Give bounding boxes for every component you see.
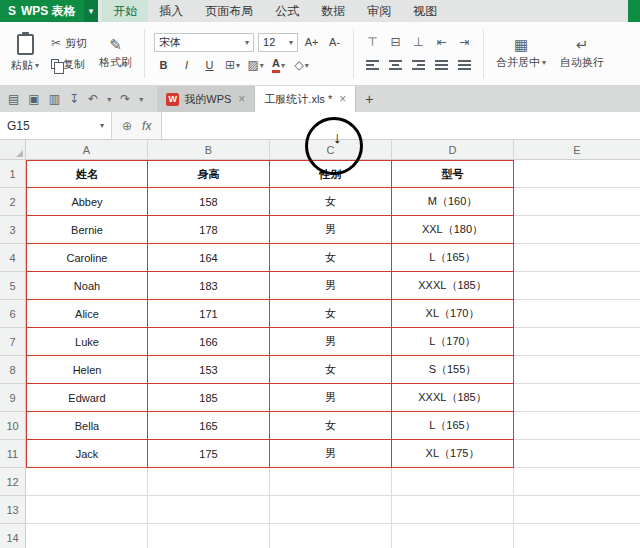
menu-tab-3[interactable]: 公式 [264, 0, 310, 22]
cell-A7[interactable]: Luke [26, 328, 148, 356]
format-painter-button[interactable]: ✎ 格式刷 [92, 25, 139, 82]
cell-B4[interactable]: 164 [148, 244, 270, 272]
cell-D12[interactable] [392, 468, 514, 496]
column-header-E[interactable]: E [514, 140, 640, 159]
menu-tab-1[interactable]: 插入 [148, 0, 194, 22]
align-bottom-button[interactable]: ⊥ [409, 33, 428, 52]
cell-B14[interactable] [148, 524, 270, 548]
row-header-4[interactable]: 4 [0, 244, 26, 272]
cell-A2[interactable]: Abbey [26, 188, 148, 216]
clear-format-button[interactable]: ◇▾ [292, 56, 311, 75]
cell-C4[interactable]: 女 [270, 244, 392, 272]
name-box[interactable]: G15 ▾ [0, 112, 112, 139]
cell-C14[interactable] [270, 524, 392, 548]
font-family-select[interactable]: 宋体 ▾ [154, 33, 254, 52]
cell-B9[interactable]: 185 [148, 384, 270, 412]
cell-A12[interactable] [26, 468, 148, 496]
menu-tab-4[interactable]: 数据 [310, 0, 356, 22]
paste-button[interactable]: 粘贴▾ [4, 25, 46, 82]
cell-C8[interactable]: 女 [270, 356, 392, 384]
cell-D2[interactable]: M（160） [392, 188, 514, 216]
document-tab-1[interactable]: 工服统计.xls *× [255, 86, 356, 112]
cell-D6[interactable]: XL（170） [392, 300, 514, 328]
cell-C6[interactable]: 女 [270, 300, 392, 328]
cell-B8[interactable]: 153 [148, 356, 270, 384]
close-tab-icon[interactable]: × [337, 92, 346, 106]
cell-A9[interactable]: Edward [26, 384, 148, 412]
wps-logo[interactable]: S WPS 表格 [0, 0, 84, 22]
cell-A4[interactable]: Caroline [26, 244, 148, 272]
row-header-12[interactable]: 12 [0, 468, 26, 496]
align-top-button[interactable]: ⊤ [363, 33, 382, 52]
row-header-9[interactable]: 9 [0, 384, 26, 412]
cell-E11[interactable] [514, 440, 640, 468]
cell-C9[interactable]: 男 [270, 384, 392, 412]
cell-D14[interactable] [392, 524, 514, 548]
align-left-button[interactable] [363, 56, 382, 75]
decrease-font-button[interactable]: A- [325, 33, 344, 52]
cell-D11[interactable]: XL（175） [392, 440, 514, 468]
cell-E6[interactable] [514, 300, 640, 328]
cell-E12[interactable] [514, 468, 640, 496]
cell-E4[interactable] [514, 244, 640, 272]
menu-tab-2[interactable]: 页面布局 [194, 0, 264, 22]
fx-icon[interactable]: fx [142, 119, 151, 133]
cell-A14[interactable] [26, 524, 148, 548]
file-icon[interactable]: ▤ [8, 93, 19, 105]
cell-A8[interactable]: Helen [26, 356, 148, 384]
cut-button[interactable]: ✂ 剪切 [51, 36, 87, 51]
row-header-7[interactable]: 7 [0, 328, 26, 356]
cell-B10[interactable]: 165 [148, 412, 270, 440]
cell-A5[interactable]: Noah [26, 272, 148, 300]
redo-caret-icon[interactable]: ▾ [139, 95, 143, 104]
align-center-button[interactable] [386, 56, 405, 75]
align-right-button[interactable] [409, 56, 428, 75]
cell-C3[interactable]: 男 [270, 216, 392, 244]
cell-A10[interactable]: Bella [26, 412, 148, 440]
cell-E10[interactable] [514, 412, 640, 440]
cell-E8[interactable] [514, 356, 640, 384]
cell-B7[interactable]: 166 [148, 328, 270, 356]
undo-caret-icon[interactable]: ▾ [107, 95, 111, 104]
redo-icon[interactable]: ↷ [120, 93, 130, 105]
underline-button[interactable]: U [200, 56, 219, 75]
cell-B13[interactable] [148, 496, 270, 524]
fill-color-button[interactable]: ▨▾ [246, 56, 265, 75]
row-header-3[interactable]: 3 [0, 216, 26, 244]
document-tab-0[interactable]: W我的WPS× [157, 86, 255, 112]
increase-font-button[interactable]: A+ [302, 33, 321, 52]
cell-D5[interactable]: XXXL（185） [392, 272, 514, 300]
cell-D13[interactable] [392, 496, 514, 524]
cell-D7[interactable]: L（170） [392, 328, 514, 356]
column-header-B[interactable]: B [148, 140, 270, 159]
select-all-corner[interactable] [0, 140, 26, 159]
cell-B11[interactable]: 175 [148, 440, 270, 468]
row-header-11[interactable]: 11 [0, 440, 26, 468]
align-middle-button[interactable]: ⊟ [386, 33, 405, 52]
cell-A3[interactable]: Bernie [26, 216, 148, 244]
menu-tab-6[interactable]: 视图 [402, 0, 448, 22]
cell-E14[interactable] [514, 524, 640, 548]
menu-tab-5[interactable]: 审阅 [356, 0, 402, 22]
cell-C11[interactable]: 男 [270, 440, 392, 468]
distribute-button[interactable] [455, 56, 474, 75]
justify-button[interactable] [432, 56, 451, 75]
cell-C2[interactable]: 女 [270, 188, 392, 216]
cell-C10[interactable]: 女 [270, 412, 392, 440]
row-header-13[interactable]: 13 [0, 496, 26, 524]
formula-input[interactable] [162, 112, 640, 139]
row-header-5[interactable]: 5 [0, 272, 26, 300]
decrease-indent-button[interactable]: ⇤ [432, 33, 451, 52]
undo-icon[interactable]: ↶ [88, 93, 98, 105]
bold-button[interactable]: B [154, 56, 173, 75]
borders-button[interactable]: ⊞▾ [223, 56, 242, 75]
cell-C1[interactable]: 性别 [270, 160, 392, 188]
save-icon[interactable]: ▣ [28, 93, 39, 105]
merge-center-button[interactable]: ▦ 合并居中▾ [489, 25, 553, 82]
column-header-D[interactable]: D [392, 140, 514, 159]
cell-B1[interactable]: 身高 [148, 160, 270, 188]
cell-B12[interactable] [148, 468, 270, 496]
cell-A1[interactable]: 姓名 [26, 160, 148, 188]
cell-D8[interactable]: S（155） [392, 356, 514, 384]
cell-A11[interactable]: Jack [26, 440, 148, 468]
